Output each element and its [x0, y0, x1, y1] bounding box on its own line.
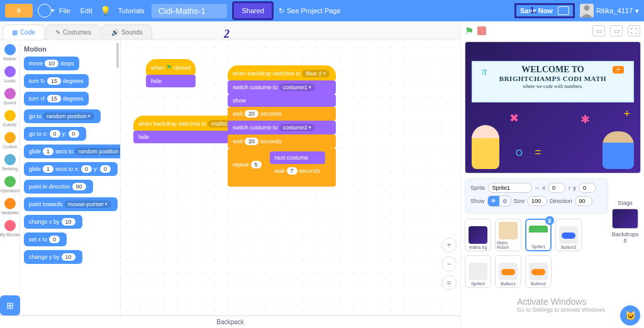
cat-control[interactable]	[4, 132, 16, 143]
stage-small-button[interactable]: ▭	[592, 25, 605, 36]
sprite-tile-sprite1[interactable]: 🗑Sprite1	[525, 219, 552, 251]
blk-repeat[interactable]: repeat5 next costume wait7seconds	[228, 148, 336, 187]
blk-hide-1[interactable]: hide	[146, 75, 196, 87]
blk-turn-cw[interactable]: turn ↻15degrees	[24, 74, 89, 88]
cat-sensing[interactable]	[4, 154, 16, 165]
folder-icon[interactable]	[558, 6, 569, 15]
language-icon[interactable]	[38, 4, 52, 18]
sprite-x-input[interactable]	[548, 183, 565, 193]
blk-wait-1[interactable]: wait20seconds	[228, 107, 336, 121]
blk-setx[interactable]: set x to0	[24, 232, 67, 246]
sprite-info-panel: Sprite ↔ x ↕ y Show 👁⊘ Size D	[465, 178, 608, 214]
sprite-label: Sprite	[470, 185, 486, 191]
sprite-tile-mathsbg[interactable]: maths bg	[465, 219, 491, 251]
cat-operators[interactable]	[4, 176, 16, 187]
user-menu[interactable]: Ritika_4117 ▾	[580, 4, 639, 18]
palette-scrollbar[interactable]	[116, 43, 119, 68]
stage-character-left	[472, 125, 499, 169]
direction-label: Direction	[550, 198, 572, 204]
see-project-label: See Project Page	[287, 7, 341, 14]
cat-looks-label: Looks	[0, 79, 20, 83]
sprite-tile-sprite2[interactable]: Sprite2	[465, 255, 491, 288]
cat-looks[interactable]	[4, 66, 16, 77]
stop-button[interactable]	[477, 26, 486, 35]
stage-full-button[interactable]: ⛶	[628, 25, 640, 36]
scratch-logo[interactable]: S	[5, 4, 33, 18]
x-arrow-icon: ↔	[535, 185, 540, 191]
sprite-direction-input[interactable]	[575, 196, 592, 206]
script-stack-3[interactable]: when backdrop switches toBlue 2 switch c…	[228, 65, 336, 187]
banner-line-2: BRIGHTCHAMPS CODI MATH	[475, 75, 630, 82]
tab-costumes[interactable]: ✎Costumes	[46, 25, 101, 40]
cat-myblocks[interactable]	[4, 220, 16, 231]
block-palette: Motion move10steps turn ↻15degrees turn …	[20, 40, 121, 315]
blk-wait-3[interactable]: wait7seconds	[270, 164, 326, 178]
blk-move[interactable]: move10steps	[24, 57, 79, 70]
cat-variables[interactable]	[4, 198, 16, 209]
stage-thumbnail[interactable]	[612, 209, 638, 229]
banner-line-1: WELCOME TO	[475, 65, 630, 75]
blk-gotoxy[interactable]: go to x:0y:0	[24, 127, 86, 141]
tab-costumes-label: Costumes	[63, 29, 91, 36]
blk-glide[interactable]: glide1secs torandom position	[24, 145, 121, 158]
blk-point-to[interactable]: point towardsmouse-pointer	[24, 197, 118, 211]
cat-events[interactable]	[4, 110, 16, 121]
sprite-tile-button2[interactable]: Button2	[525, 255, 552, 288]
cat-motion[interactable]	[4, 44, 16, 55]
backdrops-count: 8	[623, 238, 626, 244]
blk-point-dir[interactable]: point in direction90	[24, 180, 93, 194]
blk-switch-costume-1[interactable]: switch costume tocostume1	[228, 80, 336, 94]
blk-goto[interactable]: go torandom position	[24, 109, 101, 123]
project-name-input[interactable]	[152, 4, 227, 18]
x-label: x	[543, 185, 546, 191]
blk-changex[interactable]: change x by10	[24, 215, 82, 229]
blk-turn-ccw[interactable]: turn ↺15degrees	[24, 92, 89, 106]
stage-panel: Stage Backdrops 8	[610, 200, 640, 244]
x-symbol-icon: ✖	[509, 111, 519, 125]
tab-sounds[interactable]: 🔊Sounds	[102, 25, 152, 40]
blk-show[interactable]: show	[228, 94, 336, 107]
add-sprite-button[interactable]: 🐱	[620, 305, 640, 325]
script-stack-1[interactable]: when⚑clicked hide	[146, 59, 196, 87]
tab-code[interactable]: ▦Code	[3, 25, 45, 40]
blk-changey[interactable]: change y by10	[24, 250, 82, 264]
blk-wait-2[interactable]: wait20seconds	[228, 134, 336, 148]
cat-sound[interactable]	[4, 88, 16, 99]
plus-symbol-icon: +	[623, 107, 630, 121]
zoom-reset-button[interactable]: =	[441, 275, 457, 290]
blk-when-flag[interactable]: when⚑clicked	[146, 59, 196, 75]
sprite-y-input[interactable]	[579, 183, 596, 193]
stage-large-button[interactable]: ▭	[610, 25, 623, 36]
tab-sounds-label: Sounds	[121, 29, 143, 36]
sprite-tile-retrorobot[interactable]: Retro Robot	[495, 219, 521, 251]
sprite-list: maths bg Retro Robot 🗑Sprite1 Button3 Sp…	[461, 216, 611, 290]
blk-when-backdrop-2[interactable]: when backdrop switches toBlue 2	[228, 65, 336, 80]
shared-badge[interactable]: Shared	[232, 1, 273, 20]
zoom-in-button[interactable]: +	[441, 238, 457, 253]
delete-sprite-icon[interactable]: 🗑	[545, 216, 554, 225]
sprite-tile-button1[interactable]: Button1	[495, 255, 521, 288]
sprite-tile-button3[interactable]: Button3	[555, 219, 582, 251]
palette-header: Motion	[24, 45, 116, 53]
zoom-out-button[interactable]: −	[441, 256, 457, 271]
annotation-2: 2	[224, 28, 230, 41]
stage-preview[interactable]: π ÷ WELCOME TO BRIGHTCHAMPS CODI MATH wh…	[465, 41, 641, 173]
right-column: ⚑ ▭ ▭ ⛶ π ÷ WELCOME TO BRIGHTCHAMPS CODI…	[460, 21, 644, 328]
file-menu[interactable]: File	[57, 7, 73, 14]
sprite-size-input[interactable]	[527, 196, 547, 206]
save-now-box: Save Now	[514, 3, 575, 18]
blk-glidexy[interactable]: glide1secs to x:0y:0	[24, 162, 118, 176]
blk-next-costume[interactable]: next costume	[270, 151, 326, 164]
see-project-page[interactable]: ↻ See Project Page	[279, 7, 341, 15]
add-extension-button[interactable]: ⊞	[0, 295, 20, 315]
sprite-thumb-icon	[499, 222, 518, 239]
sprite-name-input[interactable]	[488, 183, 532, 193]
green-flag-button[interactable]: ⚑	[465, 25, 474, 37]
backpack-panel[interactable]: Backpack	[0, 315, 460, 328]
visibility-toggle[interactable]: 👁⊘	[487, 195, 511, 207]
scripts-workspace[interactable]: when⚑clicked hide when backdrop switches…	[121, 40, 460, 315]
tutorials-menu[interactable]: Tutorials	[116, 7, 147, 14]
username-label: Ritika_4117	[596, 7, 633, 14]
edit-menu[interactable]: Edit	[78, 7, 95, 14]
blk-switch-costume-2[interactable]: switch costume tocostume2	[228, 121, 336, 134]
